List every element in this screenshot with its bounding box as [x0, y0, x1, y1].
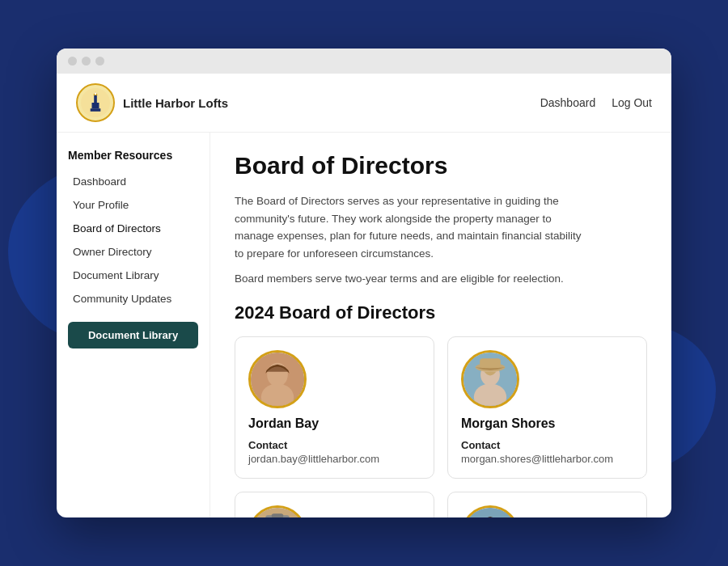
browser-dot-2: [82, 57, 91, 65]
sidebar-heading: Member Resources: [68, 149, 198, 162]
svg-rect-3: [91, 108, 101, 112]
avatar-3: [251, 508, 304, 517]
sidebar-item-board[interactable]: Board of Directors: [68, 218, 198, 239]
contact-email-morgan[interactable]: morgan.shores@littleharbor.com: [461, 453, 633, 465]
avatar-morgan: [463, 353, 517, 406]
logo-circle: [76, 83, 115, 122]
director-card-4: [447, 492, 647, 517]
contact-label-jordan: Contact: [248, 439, 421, 451]
sidebar-item-directory[interactable]: Owner Directory: [68, 242, 198, 262]
avatar-jordan: [251, 353, 304, 406]
director-avatar-morgan: [461, 350, 519, 408]
svg-rect-19: [272, 513, 284, 517]
contact-label-morgan: Contact: [461, 439, 633, 451]
browser-dot-3: [95, 57, 104, 65]
header-brand: Little Harbor Lofts: [76, 83, 228, 122]
director-name-jordan: Jordan Bay: [248, 416, 421, 431]
director-name-morgan: Morgan Shores: [461, 416, 633, 431]
logo-svg: [81, 88, 110, 117]
browser-chrome: [57, 49, 671, 74]
svg-rect-13: [480, 358, 501, 369]
nav-logout[interactable]: Log Out: [612, 96, 652, 109]
sidebar: Member Resources Dashboard Your Profile …: [57, 133, 210, 517]
sidebar-cta-button[interactable]: Document Library: [68, 322, 198, 348]
svg-rect-2: [92, 103, 99, 108]
contact-email-jordan[interactable]: jordan.bay@littleharbor.com: [248, 453, 421, 465]
browser-window: Little Harbor Lofts Dashboard Log Out Me…: [57, 49, 671, 517]
sidebar-item-documents[interactable]: Document Library: [68, 265, 198, 285]
page-description-1: The Board of Directors serves as your re…: [235, 192, 590, 262]
svg-point-20: [463, 508, 517, 517]
content-area: Board of Directors The Board of Director…: [210, 133, 671, 517]
director-avatar-jordan: [248, 350, 307, 408]
director-card-jordan: Jordan Bay Contact jordan.bay@littleharb…: [235, 336, 434, 479]
director-avatar-3: [248, 505, 307, 517]
nav-dashboard[interactable]: Dashboard: [540, 96, 596, 109]
main-layout: Member Resources Dashboard Your Profile …: [57, 133, 671, 517]
sidebar-item-profile[interactable]: Your Profile: [68, 195, 198, 215]
director-avatar-4: [461, 505, 519, 517]
avatar-4: [463, 508, 517, 517]
svg-rect-5: [95, 92, 96, 95]
app-content: Little Harbor Lofts Dashboard Log Out Me…: [57, 74, 671, 517]
board-year-title: 2024 Board of Directors: [235, 302, 647, 323]
director-card-3: [235, 492, 434, 517]
browser-dot-1: [68, 57, 77, 65]
page-title: Board of Directors: [235, 152, 647, 180]
app-header: Little Harbor Lofts Dashboard Log Out: [57, 74, 671, 133]
page-description-2: Board members serve two-year terms and a…: [235, 270, 590, 288]
brand-name: Little Harbor Lofts: [123, 96, 228, 110]
sidebar-item-updates[interactable]: Community Updates: [68, 289, 198, 309]
header-nav: Dashboard Log Out: [540, 96, 652, 109]
directors-grid: Jordan Bay Contact jordan.bay@littleharb…: [235, 336, 647, 517]
director-card-morgan: Morgan Shores Contact morgan.shores@litt…: [447, 336, 647, 479]
sidebar-item-dashboard[interactable]: Dashboard: [68, 171, 198, 192]
